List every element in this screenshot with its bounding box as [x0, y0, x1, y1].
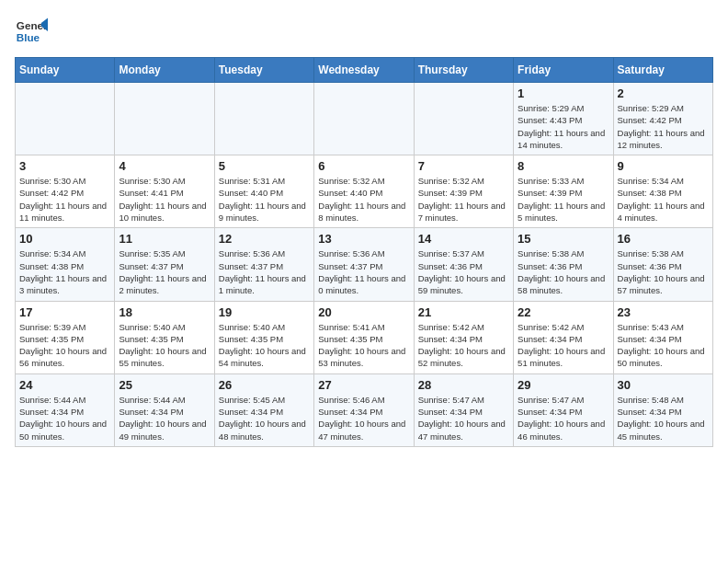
week-row-3: 10Sunrise: 5:34 AM Sunset: 4:38 PM Dayli… [16, 228, 713, 301]
day-number: 28 [418, 378, 509, 392]
day-cell: 23Sunrise: 5:43 AM Sunset: 4:34 PM Dayli… [613, 301, 712, 373]
col-header-friday: Friday [514, 58, 613, 83]
day-cell: 12Sunrise: 5:36 AM Sunset: 4:37 PM Dayli… [214, 228, 313, 301]
day-info: Sunrise: 5:33 AM Sunset: 4:39 PM Dayligh… [518, 175, 609, 224]
day-cell: 11Sunrise: 5:35 AM Sunset: 4:37 PM Dayli… [115, 228, 214, 301]
week-row-4: 17Sunrise: 5:39 AM Sunset: 4:35 PM Dayli… [16, 301, 713, 373]
day-number: 8 [518, 159, 609, 173]
day-number: 9 [618, 159, 709, 173]
day-info: Sunrise: 5:30 AM Sunset: 4:41 PM Dayligh… [119, 175, 210, 224]
day-cell: 18Sunrise: 5:40 AM Sunset: 4:35 PM Dayli… [115, 301, 214, 373]
page-header: General Blue [15, 15, 713, 48]
day-info: Sunrise: 5:32 AM Sunset: 4:39 PM Dayligh… [418, 175, 509, 224]
day-number: 15 [518, 232, 609, 246]
day-number: 30 [618, 378, 709, 392]
day-number: 17 [19, 305, 110, 319]
day-cell [115, 83, 214, 155]
day-info: Sunrise: 5:29 AM Sunset: 4:42 PM Dayligh… [618, 102, 709, 151]
day-cell: 30Sunrise: 5:48 AM Sunset: 4:34 PM Dayli… [613, 373, 712, 446]
day-cell: 3Sunrise: 5:30 AM Sunset: 4:42 PM Daylig… [16, 155, 115, 228]
day-number: 12 [219, 232, 310, 246]
logo: General Blue [15, 15, 48, 48]
day-cell: 6Sunrise: 5:32 AM Sunset: 4:40 PM Daylig… [314, 155, 414, 228]
col-header-saturday: Saturday [613, 58, 712, 83]
day-number: 25 [119, 378, 210, 392]
calendar-table: SundayMondayTuesdayWednesdayThursdayFrid… [15, 57, 713, 447]
day-info: Sunrise: 5:36 AM Sunset: 4:37 PM Dayligh… [318, 247, 409, 296]
day-cell: 10Sunrise: 5:34 AM Sunset: 4:38 PM Dayli… [16, 228, 115, 301]
day-cell: 2Sunrise: 5:29 AM Sunset: 4:42 PM Daylig… [613, 83, 712, 155]
day-cell: 19Sunrise: 5:40 AM Sunset: 4:35 PM Dayli… [214, 301, 313, 373]
day-info: Sunrise: 5:37 AM Sunset: 4:36 PM Dayligh… [418, 247, 509, 296]
day-info: Sunrise: 5:32 AM Sunset: 4:40 PM Dayligh… [318, 175, 409, 224]
day-number: 3 [19, 159, 110, 173]
day-cell: 5Sunrise: 5:31 AM Sunset: 4:40 PM Daylig… [214, 155, 313, 228]
day-cell [314, 83, 414, 155]
day-info: Sunrise: 5:40 AM Sunset: 4:35 PM Dayligh… [119, 321, 210, 370]
day-info: Sunrise: 5:34 AM Sunset: 4:38 PM Dayligh… [19, 247, 110, 296]
day-cell: 20Sunrise: 5:41 AM Sunset: 4:35 PM Dayli… [314, 301, 414, 373]
day-cell: 4Sunrise: 5:30 AM Sunset: 4:41 PM Daylig… [115, 155, 214, 228]
day-info: Sunrise: 5:44 AM Sunset: 4:34 PM Dayligh… [119, 394, 210, 442]
day-cell [414, 83, 513, 155]
day-number: 1 [518, 86, 609, 100]
day-info: Sunrise: 5:38 AM Sunset: 4:36 PM Dayligh… [618, 247, 709, 296]
day-number: 23 [618, 305, 709, 319]
day-number: 21 [418, 305, 509, 319]
day-number: 6 [318, 159, 409, 173]
day-info: Sunrise: 5:46 AM Sunset: 4:34 PM Dayligh… [318, 394, 409, 442]
col-header-wednesday: Wednesday [314, 58, 414, 83]
col-header-thursday: Thursday [414, 58, 513, 83]
day-info: Sunrise: 5:43 AM Sunset: 4:34 PM Dayligh… [618, 321, 709, 370]
day-cell: 15Sunrise: 5:38 AM Sunset: 4:36 PM Dayli… [514, 228, 613, 301]
week-row-1: 1Sunrise: 5:29 AM Sunset: 4:43 PM Daylig… [16, 83, 713, 155]
day-info: Sunrise: 5:42 AM Sunset: 4:34 PM Dayligh… [518, 321, 609, 370]
day-info: Sunrise: 5:42 AM Sunset: 4:34 PM Dayligh… [418, 321, 509, 370]
day-number: 7 [418, 159, 509, 173]
day-number: 26 [219, 378, 310, 392]
day-info: Sunrise: 5:29 AM Sunset: 4:43 PM Dayligh… [518, 102, 609, 151]
day-cell: 24Sunrise: 5:44 AM Sunset: 4:34 PM Dayli… [16, 373, 115, 446]
day-cell: 27Sunrise: 5:46 AM Sunset: 4:34 PM Dayli… [314, 373, 414, 446]
day-info: Sunrise: 5:35 AM Sunset: 4:37 PM Dayligh… [119, 247, 210, 296]
day-number: 20 [318, 305, 409, 319]
col-header-sunday: Sunday [16, 58, 115, 83]
day-number: 13 [318, 232, 409, 246]
day-cell: 13Sunrise: 5:36 AM Sunset: 4:37 PM Dayli… [314, 228, 414, 301]
day-cell: 29Sunrise: 5:47 AM Sunset: 4:34 PM Dayli… [514, 373, 613, 446]
day-info: Sunrise: 5:30 AM Sunset: 4:42 PM Dayligh… [19, 175, 110, 224]
week-row-5: 24Sunrise: 5:44 AM Sunset: 4:34 PM Dayli… [16, 373, 713, 446]
day-cell: 9Sunrise: 5:34 AM Sunset: 4:38 PM Daylig… [613, 155, 712, 228]
svg-text:Blue: Blue [17, 31, 40, 43]
day-cell [214, 83, 313, 155]
week-row-2: 3Sunrise: 5:30 AM Sunset: 4:42 PM Daylig… [16, 155, 713, 228]
day-info: Sunrise: 5:38 AM Sunset: 4:36 PM Dayligh… [518, 247, 609, 296]
day-info: Sunrise: 5:40 AM Sunset: 4:35 PM Dayligh… [219, 321, 310, 370]
day-cell: 25Sunrise: 5:44 AM Sunset: 4:34 PM Dayli… [115, 373, 214, 446]
day-number: 19 [219, 305, 310, 319]
day-cell [16, 83, 115, 155]
day-number: 16 [618, 232, 709, 246]
day-number: 10 [19, 232, 110, 246]
col-header-tuesday: Tuesday [214, 58, 313, 83]
day-number: 24 [19, 378, 110, 392]
day-info: Sunrise: 5:47 AM Sunset: 4:34 PM Dayligh… [418, 394, 509, 442]
day-cell: 14Sunrise: 5:37 AM Sunset: 4:36 PM Dayli… [414, 228, 513, 301]
day-info: Sunrise: 5:36 AM Sunset: 4:37 PM Dayligh… [219, 247, 310, 296]
day-cell: 8Sunrise: 5:33 AM Sunset: 4:39 PM Daylig… [514, 155, 613, 228]
day-cell: 16Sunrise: 5:38 AM Sunset: 4:36 PM Dayli… [613, 228, 712, 301]
logo-icon: General Blue [15, 15, 48, 48]
day-number: 29 [518, 378, 609, 392]
day-info: Sunrise: 5:41 AM Sunset: 4:35 PM Dayligh… [318, 321, 409, 370]
day-cell: 17Sunrise: 5:39 AM Sunset: 4:35 PM Dayli… [16, 301, 115, 373]
day-info: Sunrise: 5:44 AM Sunset: 4:34 PM Dayligh… [19, 394, 110, 442]
day-number: 27 [318, 378, 409, 392]
day-number: 14 [418, 232, 509, 246]
day-cell: 22Sunrise: 5:42 AM Sunset: 4:34 PM Dayli… [514, 301, 613, 373]
col-header-monday: Monday [115, 58, 214, 83]
day-info: Sunrise: 5:39 AM Sunset: 4:35 PM Dayligh… [19, 321, 110, 370]
day-cell: 26Sunrise: 5:45 AM Sunset: 4:34 PM Dayli… [214, 373, 313, 446]
day-cell: 21Sunrise: 5:42 AM Sunset: 4:34 PM Dayli… [414, 301, 513, 373]
day-info: Sunrise: 5:48 AM Sunset: 4:34 PM Dayligh… [618, 394, 709, 442]
day-number: 4 [119, 159, 210, 173]
